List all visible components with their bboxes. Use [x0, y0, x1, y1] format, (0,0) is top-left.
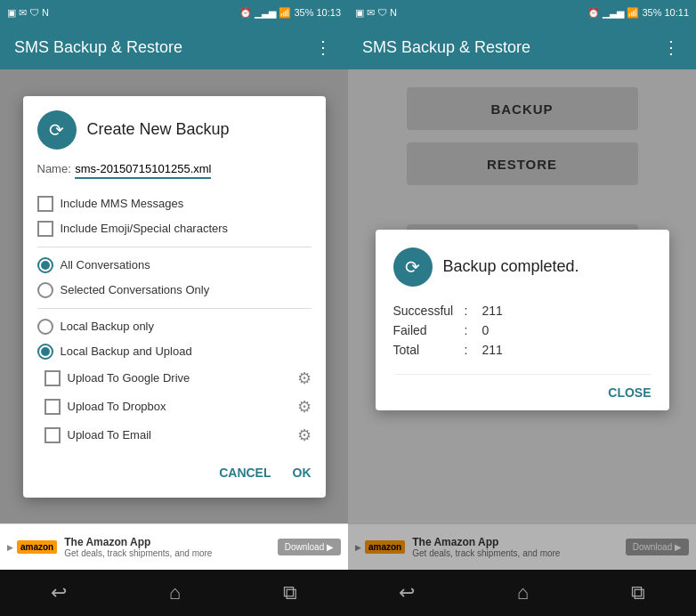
right-status-bar: ▣ ✉ 🛡 N ⏰ ▁▃▅ 📶 35% 10:11	[348, 0, 696, 25]
backup-icon-symbol: ⟳	[49, 119, 64, 141]
upload-email-row[interactable]: Upload To Email ⚙	[37, 421, 312, 450]
include-mms-label: Include MMS Messages	[61, 197, 184, 210]
successful-value: 211	[482, 304, 503, 318]
msg-icon: ✉	[19, 7, 27, 19]
total-stat-row: Total : 211	[393, 340, 651, 360]
right-signal-bars: ▁▃▅	[603, 7, 624, 19]
right-time-display: 10:11	[664, 7, 689, 18]
right-phone-panel: ▣ ✉ 🛡 N ⏰ ▁▃▅ 📶 35% 10:11 SMS Backup & R…	[348, 0, 696, 616]
left-back-button[interactable]: ↩	[51, 581, 67, 604]
dialog-title: Create New Backup	[87, 120, 230, 139]
local-backup-only-radio[interactable]	[37, 319, 53, 335]
right-msg-icon: ✉	[367, 7, 375, 19]
right-status-left-icons: ▣ ✉ 🛡 N	[355, 7, 397, 19]
create-backup-dialog: ⟳ Create New Backup Name: sms-2015071510…	[23, 96, 326, 498]
include-emoji-label: Include Emoji/Special characters	[61, 222, 229, 235]
right-shield-icon: 🛡	[377, 7, 387, 18]
status-left-icons: ▣ ✉ 🛡 N	[7, 7, 49, 19]
backup-completed-title: Backup completed.	[443, 257, 579, 276]
left-home-button[interactable]: ⌂	[169, 581, 181, 604]
backup-complete-icon-symbol: ⟳	[405, 256, 420, 278]
upload-google-drive-checkbox[interactable]	[45, 370, 61, 386]
upload-google-drive-row[interactable]: Upload To Google Drive ⚙	[37, 364, 312, 393]
all-conversations-row[interactable]: All Conversations	[37, 253, 312, 278]
left-bottom-nav: ↩ ⌂ ⧉	[0, 570, 348, 616]
backup-completed-icon: ⟳	[393, 247, 433, 287]
include-mms-checkbox[interactable]	[37, 196, 53, 212]
right-battery-level: 35%	[642, 7, 661, 18]
right-notification-icon: ▣	[355, 7, 364, 19]
local-backup-upload-row[interactable]: Local Backup and Upload	[37, 339, 312, 364]
left-amazon-logo: amazon	[17, 540, 57, 554]
backup-name-row: Name: sms-20150715101255.xml	[37, 160, 312, 179]
divider-2	[37, 308, 312, 309]
left-content-area: ⟳ Create New Backup Name: sms-2015071510…	[0, 69, 348, 523]
right-alarm-icon: ⏰	[587, 7, 600, 19]
left-recents-button[interactable]: ⧉	[283, 581, 297, 604]
signal-bars: ▁▃▅	[255, 7, 276, 19]
left-ad-title: The Amazon App	[64, 536, 271, 548]
backup-name-value[interactable]: sms-20150715101255.xml	[75, 162, 211, 179]
dialog-actions: CANCEL OK	[37, 462, 312, 483]
failed-value: 0	[482, 323, 490, 337]
total-value: 211	[482, 343, 503, 357]
left-app-title: SMS Backup & Restore	[14, 38, 314, 57]
dialog-header: ⟳ Create New Backup	[37, 110, 312, 150]
left-menu-button[interactable]: ⋮	[314, 36, 334, 58]
right-bottom-nav: ↩ ⌂ ⧉	[348, 570, 696, 616]
left-ad-subtitle: Get deals, track shipments, and more	[64, 548, 271, 558]
local-backup-only-row[interactable]: Local Backup only	[37, 314, 312, 339]
upload-dropbox-label: Upload To Dropbox	[68, 400, 166, 413]
left-phone-panel: ▣ ✉ 🛡 N ⏰ ▁▃▅ 📶 35% 10:13 SMS Backup & R…	[0, 0, 348, 616]
backup-completed-dialog: ⟳ Backup completed. Successful : 211 Fai…	[376, 230, 669, 410]
successful-label: Successful	[393, 304, 465, 318]
shield-icon: 🛡	[29, 7, 39, 18]
local-backup-upload-radio[interactable]	[37, 344, 53, 360]
successful-stat-row: Successful : 211	[393, 301, 651, 320]
divider-1	[37, 247, 312, 247]
local-backup-upload-label: Local Backup and Upload	[61, 344, 192, 358]
email-gear-icon[interactable]: ⚙	[297, 426, 312, 445]
right-recents-button[interactable]: ⧉	[631, 581, 645, 604]
include-emoji-row[interactable]: Include Emoji/Special characters	[37, 216, 312, 241]
time-display: 10:13	[316, 7, 341, 18]
include-emoji-checkbox[interactable]	[37, 221, 53, 237]
local-backup-only-label: Local Backup only	[61, 320, 155, 333]
wifi-icon: 📶	[279, 7, 291, 19]
status-right-info: ⏰ ▁▃▅ 📶 35% 10:13	[239, 7, 341, 19]
right-nfc-icon: N	[390, 7, 397, 18]
right-back-button[interactable]: ↩	[399, 581, 415, 604]
nfc-icon: N	[42, 7, 49, 18]
right-wifi-icon: 📶	[627, 7, 639, 19]
left-ad-bar: ▶ amazon The Amazon App Get deals, track…	[0, 523, 348, 570]
backup-stats: Successful : 211 Failed : 0 Total : 211	[393, 301, 651, 360]
failed-label: Failed	[393, 323, 465, 337]
cancel-button[interactable]: CANCEL	[219, 462, 271, 483]
ok-button[interactable]: OK	[293, 462, 312, 483]
close-button[interactable]: CLOSE	[608, 382, 651, 403]
selected-conversations-label: Selected Conversations Only	[61, 283, 210, 296]
dropbox-gear-icon[interactable]: ⚙	[297, 397, 312, 417]
left-ad-text: The Amazon App Get deals, track shipment…	[64, 536, 271, 558]
include-mms-row[interactable]: Include MMS Messages	[37, 191, 312, 216]
left-status-bar: ▣ ✉ 🛡 N ⏰ ▁▃▅ 📶 35% 10:13	[0, 0, 348, 25]
upload-email-checkbox[interactable]	[45, 427, 61, 443]
right-home-button[interactable]: ⌂	[517, 581, 529, 604]
backup-completed-overlay: ⟳ Backup completed. Successful : 211 Fai…	[348, 69, 696, 570]
selected-conversations-radio[interactable]	[37, 282, 53, 298]
google-drive-gear-icon[interactable]: ⚙	[297, 369, 312, 388]
right-app-title: SMS Backup & Restore	[362, 38, 662, 57]
left-app-bar: SMS Backup & Restore ⋮	[0, 25, 348, 69]
left-ad-download-button[interactable]: Download ▶	[278, 539, 341, 555]
alarm-icon: ⏰	[239, 7, 252, 19]
selected-conversations-row[interactable]: Selected Conversations Only	[37, 278, 312, 303]
all-conversations-radio[interactable]	[37, 257, 53, 273]
backup-dialog-header: ⟳ Backup completed.	[393, 247, 651, 287]
upload-dropbox-checkbox[interactable]	[45, 399, 61, 415]
right-status-right-info: ⏰ ▁▃▅ 📶 35% 10:11	[587, 7, 689, 19]
name-label: Name:	[37, 162, 71, 175]
battery-level: 35%	[294, 7, 313, 18]
upload-google-drive-label: Upload To Google Drive	[68, 371, 190, 385]
right-menu-button[interactable]: ⋮	[662, 36, 682, 58]
upload-dropbox-row[interactable]: Upload To Dropbox ⚙	[37, 393, 312, 421]
